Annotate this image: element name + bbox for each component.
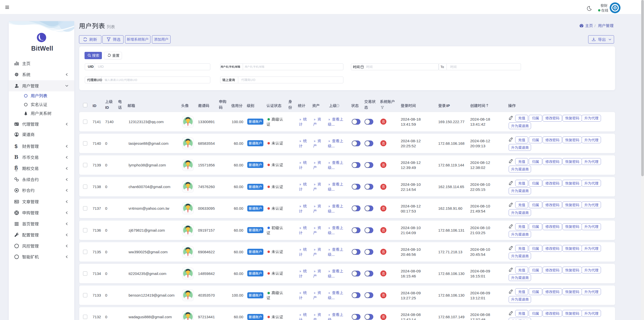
svg-text:?: ? bbox=[337, 104, 338, 107]
